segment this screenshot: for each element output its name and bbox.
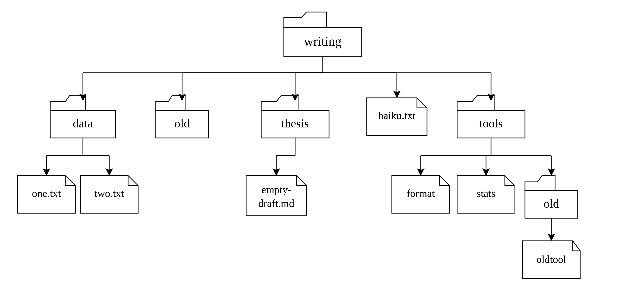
- node-haiku: haiku.txt: [367, 98, 427, 135]
- oldtool-label: oldtool: [536, 254, 566, 265]
- tree-svg: writing data old thesis haiku.txt: [0, 0, 644, 297]
- node-emptydraft: empty- draft.md: [246, 176, 306, 216]
- node-format: format: [392, 176, 450, 213]
- node-tools: tools: [457, 95, 525, 138]
- one-label: one.txt: [32, 188, 61, 199]
- node-writing: writing: [284, 12, 362, 57]
- stats-label: stats: [477, 188, 496, 199]
- file-tree-diagram: writing data old thesis haiku.txt: [0, 0, 644, 297]
- thesis-label: thesis: [281, 117, 309, 130]
- node-stats: stats: [457, 176, 515, 213]
- writing-label: writing: [304, 34, 342, 48]
- old-label: old: [174, 117, 190, 130]
- node-old: old: [156, 95, 208, 138]
- format-label: format: [407, 188, 435, 199]
- svg-text:draft.md: draft.md: [258, 198, 294, 209]
- tools-old-label: old: [544, 197, 559, 210]
- data-label: data: [73, 117, 93, 130]
- svg-marker-8: [246, 176, 306, 216]
- node-tools-old: old: [525, 176, 578, 218]
- node-thesis: thesis: [261, 95, 329, 138]
- emptydraft-label: empty-: [261, 184, 291, 195]
- node-two: two.txt: [80, 176, 138, 213]
- node-data: data: [50, 95, 116, 138]
- two-label: two.txt: [94, 188, 124, 199]
- node-one: one.txt: [18, 176, 75, 213]
- node-oldtool: oldtool: [522, 241, 580, 278]
- tools-label: tools: [479, 117, 503, 130]
- haiku-label: haiku.txt: [378, 110, 415, 121]
